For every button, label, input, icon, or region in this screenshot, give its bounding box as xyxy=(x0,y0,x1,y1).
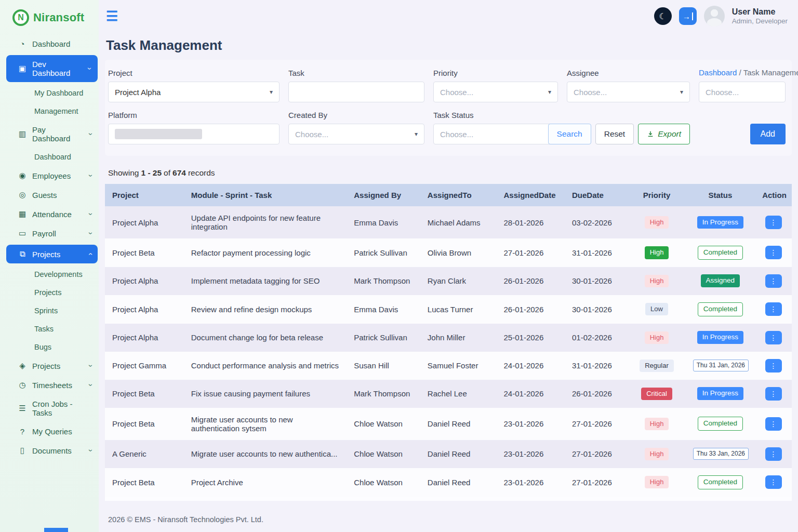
cell-priority: High xyxy=(628,468,685,497)
sidebar-item-my-dashboard[interactable]: My Dashboard xyxy=(0,84,99,102)
sidebar-item-payroll[interactable]: ▭Payroll› xyxy=(0,224,99,243)
cell-assigned-by: Emma Davis xyxy=(347,206,420,238)
assignee-filter-label: Assignee xyxy=(567,69,690,77)
cell-status: Thu 31 Jan, 2026 xyxy=(686,352,755,380)
add-button[interactable]: Add xyxy=(750,124,786,144)
pay-dashboard-icon: ▥ xyxy=(18,129,27,139)
priority-badge: High xyxy=(645,246,669,259)
cell-project: Project Alpha xyxy=(105,295,184,324)
sidebar-item-projects[interactable]: ⧉Projects› xyxy=(6,245,98,263)
status-badge: Assigned xyxy=(701,274,740,287)
sidebar-item-attendance[interactable]: ▦Attendance› xyxy=(0,205,99,223)
cell-task: Migrate user accounts to new authentica.… xyxy=(184,440,347,468)
cell-action: ⋮ xyxy=(755,468,792,497)
sidebar-item-documents[interactable]: ▯Documents› xyxy=(0,441,99,460)
column-header-action: Action xyxy=(755,184,792,206)
sidebar-item-guests[interactable]: ◎Guests xyxy=(0,185,99,204)
row-actions-button[interactable]: ⋮ xyxy=(765,475,782,489)
reset-button[interactable]: Reset xyxy=(595,124,634,144)
dashboard-icon: ◔ xyxy=(18,39,27,48)
chevron-down-icon: › xyxy=(87,449,96,452)
sidebar-item-label: Cron Jobs - Tasks xyxy=(32,400,92,417)
priority-select-placeholder: Choose... xyxy=(440,88,473,97)
sidebar-item-pay-dashboard[interactable]: ▥Pay Dashboard› xyxy=(0,121,99,148)
sidebar-item-sprints[interactable]: Sprints xyxy=(0,302,99,320)
sidebar-item-bugs[interactable]: Bugs xyxy=(0,338,99,356)
cell-action: ⋮ xyxy=(755,206,792,238)
sidebar-item-employees[interactable]: ◉Employees› xyxy=(0,166,99,185)
export-button-label: Export xyxy=(658,129,681,139)
sidebar-item-dashboard[interactable]: ◔Dashboard xyxy=(0,35,99,53)
projects-alt-icon: ◈ xyxy=(18,361,27,370)
status-date-field[interactable]: Thu 33 Jan, 2026 xyxy=(693,448,749,460)
sidebar-item-dev-dashboard[interactable]: ▣Dev Dashboard› xyxy=(6,55,98,82)
sidebar-item-developments[interactable]: Developments xyxy=(0,265,99,283)
cell-due-date: 26-01-2026 xyxy=(565,380,628,408)
table-body: Project AlphaUpdate API endpoints for ne… xyxy=(105,206,792,497)
column-header-assigned-by: Assigned By xyxy=(347,184,420,206)
row-actions-button[interactable]: ⋮ xyxy=(765,331,782,344)
project-select[interactable]: Project Alpha ▾ xyxy=(108,82,280,102)
sidebar-item-timesheets[interactable]: ◷Timesheets› xyxy=(0,376,99,394)
project-select-value: Project Alpha xyxy=(115,88,161,97)
cell-priority: High xyxy=(628,267,685,295)
cell-due-date: 27-01-2026 xyxy=(565,440,628,468)
breadcrumb-dashboard-link[interactable]: Dashboard xyxy=(699,68,737,77)
extra-filter-input[interactable] xyxy=(699,82,786,102)
sidebar-item-dashboard[interactable]: Dashboard xyxy=(0,148,99,166)
cell-task: Update API endpoints for new feature int… xyxy=(184,206,347,238)
row-actions-button[interactable]: ⋮ xyxy=(765,387,782,401)
priority-select[interactable]: Choose... ▾ xyxy=(433,82,558,102)
search-button[interactable]: Search xyxy=(548,124,591,144)
cell-assigned-to: Daniel Reed xyxy=(420,440,497,468)
status-date-field[interactable]: Thu 31 Jan, 2026 xyxy=(693,360,749,371)
created-by-select[interactable]: Choose... ▾ xyxy=(288,124,424,144)
assignee-select[interactable]: Choose... ▾ xyxy=(567,82,690,102)
cell-task: Fix issue causing payment failures xyxy=(184,380,347,408)
logout-button[interactable]: → xyxy=(679,7,697,25)
row-actions-button[interactable]: ⋮ xyxy=(765,216,782,229)
cell-action: ⋮ xyxy=(755,295,792,324)
dark-mode-toggle[interactable]: ☾ xyxy=(654,7,672,25)
priority-badge: Low xyxy=(645,303,668,315)
sidebar-item-projects[interactable]: ◈Projects› xyxy=(0,356,99,375)
table-row: Project BetaFix issue causing payment fa… xyxy=(105,380,792,408)
cell-status: In Progress xyxy=(686,380,755,408)
priority-badge: High xyxy=(645,216,669,229)
chevron-up-icon: › xyxy=(86,253,95,256)
cell-assigned-by: Emma Davis xyxy=(347,295,420,324)
priority-badge: Regular xyxy=(640,360,674,372)
task-status-input[interactable] xyxy=(433,124,558,144)
status-badge: In Progress xyxy=(697,331,743,344)
sidebar-item-label: Tasks xyxy=(34,325,54,333)
sidebar-item-label: Projects xyxy=(32,362,60,370)
cell-action: ⋮ xyxy=(755,352,792,380)
cell-project: Project Beta xyxy=(105,238,184,267)
platform-input[interactable] xyxy=(108,124,280,144)
row-actions-button[interactable]: ⋮ xyxy=(765,302,782,316)
status-badge: Completed xyxy=(698,302,743,316)
brand-logo[interactable]: N Niransoft xyxy=(0,0,99,34)
sidebar-item-cron-jobs-tasks[interactable]: ☰Cron Jobs - Tasks xyxy=(0,395,99,422)
cell-status: Completed xyxy=(686,408,755,440)
row-actions-button[interactable]: ⋮ xyxy=(765,359,782,373)
cell-status: Completed xyxy=(686,295,755,324)
cell-assigned-by: Mark Thompson xyxy=(347,380,420,408)
sidebar-item-management[interactable]: Management xyxy=(0,102,99,120)
sidebar-item-my-queries[interactable]: ?My Queries xyxy=(0,422,99,441)
avatar[interactable] xyxy=(704,6,725,26)
sidebar-item-tasks[interactable]: Tasks xyxy=(0,320,99,338)
export-button[interactable]: Export xyxy=(638,124,690,144)
sidebar-scrollbar-thumb[interactable] xyxy=(44,528,68,532)
documents-icon: ▯ xyxy=(18,446,27,455)
row-actions-button[interactable]: ⋮ xyxy=(765,447,782,461)
cell-due-date: 31-01-2026 xyxy=(565,238,628,267)
row-actions-button[interactable]: ⋮ xyxy=(765,274,782,288)
hamburger-menu-icon[interactable]: ☰ xyxy=(106,9,118,23)
sidebar-item-projects[interactable]: Projects xyxy=(0,284,99,301)
task-input[interactable] xyxy=(288,82,424,102)
row-actions-button[interactable]: ⋮ xyxy=(765,246,782,259)
cell-assigned-to: Samuel Foster xyxy=(420,352,497,380)
row-actions-button[interactable]: ⋮ xyxy=(765,417,782,431)
cell-due-date: 30-01-2026 xyxy=(565,295,628,324)
